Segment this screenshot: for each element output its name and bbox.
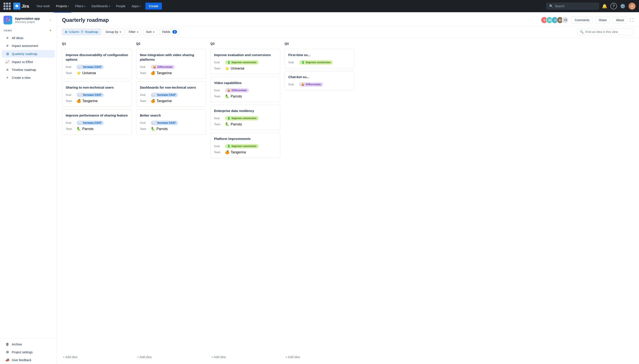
plus-icon: + <box>120 30 121 34</box>
sidebar-item-label: Timeline roadmap <box>12 68 36 72</box>
goal-tag: 💲 Improve conversion <box>225 60 258 64</box>
team-field-label: Team <box>214 95 225 98</box>
app-grid-icon[interactable] <box>4 2 11 10</box>
add-idea-q4[interactable]: + Add idea <box>284 354 354 360</box>
board-card[interactable]: Improve discoverability of configuration… <box>62 49 132 79</box>
sidebar-item-impact-vs-effort[interactable]: 📈 Impact vs Effort <box>2 58 55 66</box>
board-column-q4: Q4 First-time ex... Goal 💲 Improve conve… <box>284 41 354 360</box>
view-search[interactable]: 🔍 Find an idea in this view <box>577 28 634 35</box>
roadmap-label: Roadmap <box>85 30 98 34</box>
team-label: Parrots <box>231 122 242 126</box>
add-idea-q3[interactable]: + Add idea <box>210 354 280 360</box>
card-title: Improve discoverability of configuration… <box>66 52 128 62</box>
team-field-label: Team <box>140 72 151 75</box>
board-card[interactable]: Chat-bot su... Goal 😜 Differentiate <box>284 71 354 90</box>
board-column-q3: Q3 Improve evaluation and conversions Go… <box>210 41 280 360</box>
page-title: Quarterly roadmap <box>62 17 109 23</box>
board-card[interactable]: Platform improvements Goal 💲 Improve con… <box>210 133 280 158</box>
team-label: Parrots <box>156 127 168 131</box>
sidebar-item-archive[interactable]: 🗑 Archive <box>2 341 55 348</box>
column-view-button[interactable]: ⊞ Column ⏱ Roadmap <box>62 28 101 35</box>
sidebar-collapse-button[interactable]: ‹ <box>48 18 53 23</box>
sidebar-item-label: Impact assessment <box>12 44 38 48</box>
sidebar-item-project-settings[interactable]: ⚙ Project settings <box>2 348 55 356</box>
team-label: Tangerine <box>156 99 172 103</box>
chart-icon: 📈 <box>5 60 10 64</box>
board-card[interactable]: Sharing to non-technical users Goal 📈 In… <box>62 82 132 107</box>
goal-field-label: Goal <box>288 61 299 64</box>
global-search[interactable]: 🔍 Search <box>546 3 599 10</box>
board-card[interactable]: Enterprise data residency Goal 💲 Improve… <box>210 105 280 130</box>
sidebar-item-give-feedback[interactable]: 📣 Give feedback <box>2 356 55 364</box>
list-icon: ≡ <box>5 36 10 40</box>
card-title: Enterprise data residency <box>214 108 276 113</box>
sidebar-item-create-view[interactable]: + Create a view <box>2 74 55 82</box>
filter-button[interactable]: Filter + <box>126 28 142 35</box>
fields-button[interactable]: Fields 3 <box>159 28 180 35</box>
column-icon: ⊞ <box>65 30 68 34</box>
board-card[interactable]: Dashboards for non-technical users Goal … <box>136 82 206 107</box>
group-by-button[interactable]: Group by + <box>103 28 124 35</box>
nav-people[interactable]: People <box>114 2 128 10</box>
help-icon[interactable]: ? <box>610 3 617 10</box>
team-label: Tangerine <box>82 99 98 103</box>
board-card[interactable]: Improve performance of sharing feature G… <box>62 109 132 135</box>
goal-tag: 📈 Increase CSAT <box>76 121 104 125</box>
team-label: Universe <box>82 71 96 75</box>
board-card[interactable]: New integration with video sharing platf… <box>136 49 206 79</box>
column-label: Column <box>69 30 79 34</box>
kanban-board: Q1 Improve discoverability of configurat… <box>57 38 639 364</box>
view-search-placeholder: Find an idea in this view <box>585 30 618 34</box>
card-title: Dashboards for non-technical users <box>140 85 202 90</box>
sidebar-item-impact-assessment[interactable]: ≡ Impact assessment <box>2 42 55 50</box>
notifications-icon[interactable]: 🔔 <box>600 2 609 10</box>
card-title: Improve evaluation and conversions <box>214 52 276 57</box>
projects-dropdown-arrow: ▾ <box>68 5 69 8</box>
goal-tag: 😜 Differentiate <box>151 65 175 69</box>
add-view-button[interactable]: + <box>48 28 53 33</box>
nav-dashboards[interactable]: Dashboards ▾ <box>89 2 112 10</box>
add-idea-q1[interactable]: + Add idea <box>62 354 132 360</box>
comments-button[interactable]: Comments <box>571 17 593 23</box>
board-card[interactable]: Improve evaluation and conversions Goal … <box>210 49 280 74</box>
board-card[interactable]: Video capabilities Goal 😜 Differentiate <box>210 77 280 102</box>
team-label: Tangerine <box>231 150 246 154</box>
nav-projects[interactable]: Projects ▾ <box>54 2 71 10</box>
about-button[interactable]: About <box>612 17 627 23</box>
group-by-label: Group by <box>106 30 118 34</box>
board-cards-q4: First-time ex... Goal 💲 Improve conversi… <box>284 49 354 352</box>
jira-logo[interactable]: Jira <box>13 2 29 10</box>
page-header: Quarterly roadmap S M J K +3 Comments Sh… <box>57 12 639 26</box>
fullscreen-button[interactable]: ⛶ <box>630 18 634 22</box>
sidebar-item-all-ideas[interactable]: ≡ All ideas <box>2 34 55 42</box>
sidebar-item-timeline-roadmap[interactable]: ≡ Timeline roadmap <box>2 66 55 74</box>
column-header-q3: Q3 <box>210 41 280 46</box>
board-card[interactable]: Better search Goal 📈 Increase CSAT <box>136 109 206 135</box>
plus-icon: + <box>5 76 10 80</box>
sidebar-item-label: All ideas <box>12 36 23 40</box>
search-icon: 🔍 <box>549 4 553 8</box>
settings-icon: ⚙ <box>5 350 10 354</box>
card-title: Improve performance of sharing feature <box>66 113 128 118</box>
sort-button[interactable]: Sort + <box>143 28 158 35</box>
toolbar: ⊞ Column ⏱ Roadmap Group by + Filter + S… <box>57 26 639 38</box>
add-idea-q2[interactable]: + Add idea <box>136 354 206 360</box>
settings-icon[interactable]: ⚙️ <box>619 2 627 10</box>
team-field-label: Team <box>140 128 151 130</box>
filter-label: Filter <box>129 30 136 34</box>
share-button[interactable]: Share <box>595 17 610 23</box>
nav-apps[interactable]: Apps ▾ <box>130 2 143 10</box>
board-card[interactable]: First-time ex... Goal 💲 Improve conversi… <box>284 49 354 68</box>
nav-your-work[interactable]: Your work <box>34 2 52 10</box>
archive-icon: 🗑 <box>5 342 10 346</box>
sidebar-item-label: Create a view <box>12 76 30 80</box>
user-avatar[interactable]: A <box>628 2 636 10</box>
card-title: New integration with video sharing platf… <box>140 52 202 62</box>
nav-filters[interactable]: Filters ▾ <box>73 2 88 10</box>
grid-icon: ⊞ <box>5 52 10 56</box>
sidebar-item-label: Give feedback <box>12 358 32 362</box>
board-cards-q3: Improve evaluation and conversions Goal … <box>210 49 280 352</box>
team-field-label: Team <box>214 67 225 70</box>
create-button[interactable]: Create <box>145 2 162 10</box>
sidebar-item-quarterly-roadmap[interactable]: ⊞ Quarterly roadmap <box>2 50 55 58</box>
